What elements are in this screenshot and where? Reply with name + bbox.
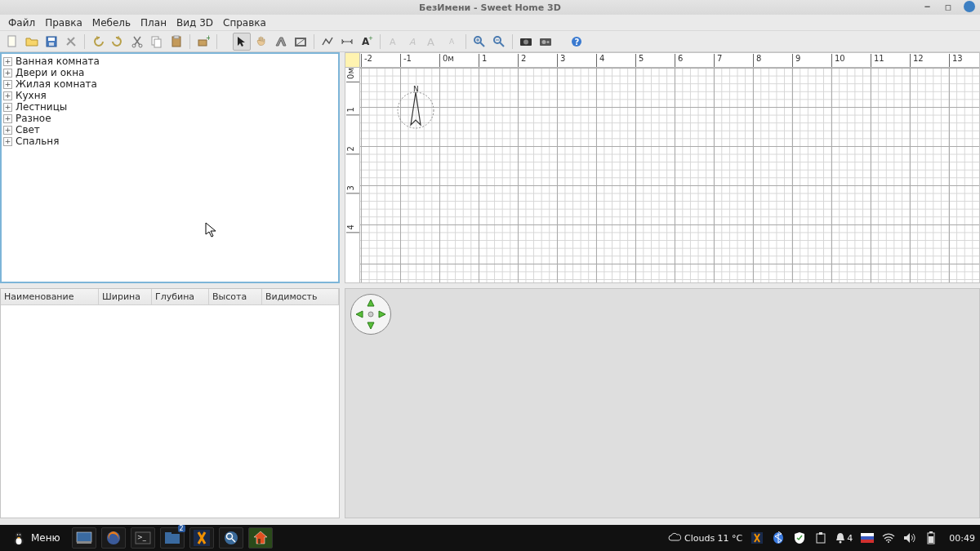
create-polyline-tool[interactable] bbox=[318, 33, 336, 51]
svg-text:A: A bbox=[409, 37, 416, 47]
add-furniture-button[interactable]: + bbox=[194, 33, 212, 51]
svg-text:+: + bbox=[368, 35, 373, 42]
select-tool[interactable] bbox=[233, 33, 251, 51]
plan-view[interactable]: -2-10м12345678910111213 0м1234 N bbox=[345, 52, 980, 283]
menu-furniture[interactable]: Мебель bbox=[87, 16, 136, 30]
help-button[interactable]: ? bbox=[568, 33, 586, 51]
pan-tool[interactable] bbox=[252, 33, 270, 51]
menu-help[interactable]: Справка bbox=[218, 16, 271, 30]
taskbar-filemanager-button[interactable]: 2 bbox=[160, 527, 185, 549]
furniture-list[interactable]: Наименование Ширина Глубина Высота Видим… bbox=[0, 288, 340, 518]
menu-view3d[interactable]: Вид 3D bbox=[172, 16, 218, 30]
clipboard-icon[interactable] bbox=[814, 531, 827, 544]
catalog-category[interactable]: +Свет bbox=[2, 124, 338, 136]
create-dimensions-tool[interactable] bbox=[338, 33, 356, 51]
column-visible[interactable]: Видимость bbox=[262, 289, 339, 304]
volume-icon[interactable] bbox=[903, 531, 916, 544]
column-width[interactable]: Ширина bbox=[99, 289, 152, 304]
increase-text-size-button[interactable]: A bbox=[424, 33, 442, 51]
open-file-button[interactable] bbox=[23, 33, 41, 51]
expand-icon[interactable]: + bbox=[3, 137, 12, 146]
taskbar-app-button[interactable] bbox=[189, 527, 214, 549]
taskbar-terminal-button[interactable]: >_ bbox=[131, 527, 155, 549]
menu-edit[interactable]: Правка bbox=[40, 16, 87, 30]
close-button[interactable] bbox=[964, 1, 975, 12]
catalog-category[interactable]: +Лестницы bbox=[2, 101, 338, 113]
column-name[interactable]: Наименование bbox=[1, 289, 99, 304]
catalog-category[interactable]: +Двери и окна bbox=[2, 67, 338, 78]
svg-rect-45 bbox=[258, 539, 261, 544]
notifications-button[interactable]: 4 bbox=[835, 532, 853, 544]
save-button[interactable] bbox=[42, 33, 60, 51]
furniture-list-body[interactable] bbox=[1, 305, 339, 518]
expand-icon[interactable]: + bbox=[3, 80, 12, 89]
tray-icon[interactable] bbox=[751, 531, 764, 544]
ruler-tick: -1 bbox=[400, 54, 412, 67]
plan-canvas[interactable]: N bbox=[360, 68, 979, 282]
3d-navigation-widget[interactable] bbox=[350, 294, 391, 335]
3d-view[interactable] bbox=[345, 288, 980, 518]
expand-icon[interactable]: + bbox=[3, 103, 12, 112]
text-italic-button[interactable]: A bbox=[404, 33, 422, 51]
create-video-button[interactable] bbox=[537, 33, 555, 51]
expand-icon[interactable]: + bbox=[3, 57, 12, 66]
system-taskbar[interactable]: Меню >_ 2 Clouds 11 °C 4 00:49 bbox=[0, 525, 980, 551]
furniture-catalog[interactable]: +Ванная комната +Двери и окна +Жилая ком… bbox=[0, 52, 340, 283]
start-menu-button[interactable]: Меню bbox=[5, 528, 67, 548]
catalog-category[interactable]: +Жилая комната bbox=[2, 78, 338, 90]
svg-point-5 bbox=[139, 44, 142, 47]
text-bold-button[interactable]: A bbox=[385, 33, 403, 51]
column-height[interactable]: Высота bbox=[209, 289, 262, 304]
new-file-button[interactable] bbox=[3, 33, 21, 51]
horizontal-ruler: -2-10м12345678910111213 bbox=[360, 53, 979, 68]
svg-text:A: A bbox=[390, 37, 396, 47]
expand-icon[interactable]: + bbox=[3, 69, 12, 78]
taskbar-search-button[interactable] bbox=[219, 527, 243, 549]
svg-point-33 bbox=[17, 534, 19, 535]
compass-icon[interactable]: N bbox=[393, 84, 439, 130]
create-photo-button[interactable] bbox=[517, 33, 535, 51]
zoom-in-button[interactable] bbox=[470, 33, 488, 51]
penguin-icon bbox=[11, 531, 26, 545]
battery-icon[interactable] bbox=[924, 531, 938, 544]
wifi-icon[interactable] bbox=[882, 531, 895, 544]
menu-plan[interactable]: План bbox=[136, 16, 172, 30]
create-rooms-tool[interactable] bbox=[292, 33, 310, 51]
column-depth[interactable]: Глубина bbox=[152, 289, 209, 304]
minimize-button[interactable]: － bbox=[921, 1, 933, 12]
taskbar-desktop-button[interactable] bbox=[72, 527, 96, 549]
catalog-category[interactable]: +Ванная комната bbox=[2, 56, 338, 67]
create-text-tool[interactable]: A+ bbox=[358, 33, 376, 51]
copy-button[interactable] bbox=[148, 33, 166, 51]
decrease-text-size-button[interactable]: A bbox=[443, 33, 461, 51]
expand-icon[interactable]: + bbox=[3, 126, 12, 135]
zoom-out-button[interactable] bbox=[490, 33, 508, 51]
create-walls-tool[interactable] bbox=[272, 33, 290, 51]
catalog-category[interactable]: +Разное bbox=[2, 113, 338, 124]
preferences-button[interactable] bbox=[62, 33, 80, 51]
paste-button[interactable] bbox=[167, 33, 185, 51]
expand-icon[interactable]: + bbox=[3, 114, 12, 123]
maximize-button[interactable]: ▫ bbox=[942, 1, 954, 12]
svg-text:>_: >_ bbox=[137, 534, 147, 541]
shield-icon[interactable] bbox=[793, 531, 806, 544]
taskbar-sweethome3d-button[interactable] bbox=[248, 527, 273, 549]
keyboard-layout-icon[interactable] bbox=[861, 531, 874, 544]
ruler-tick: 3 bbox=[557, 54, 565, 67]
ruler-tick: 4 bbox=[596, 54, 604, 67]
ruler-tick: 2 bbox=[518, 54, 526, 67]
menu-file[interactable]: Файл bbox=[3, 16, 40, 30]
catalog-category[interactable]: +Кухня bbox=[2, 90, 338, 101]
ruler-corner[interactable] bbox=[345, 53, 360, 68]
bluetooth-icon[interactable] bbox=[772, 531, 785, 544]
taskbar-firefox-button[interactable] bbox=[101, 527, 126, 549]
redo-button[interactable] bbox=[109, 33, 127, 51]
svg-rect-35 bbox=[77, 532, 91, 542]
svg-rect-3 bbox=[49, 42, 54, 46]
catalog-category[interactable]: +Спальня bbox=[2, 136, 338, 147]
weather-widget[interactable]: Clouds 11 °C bbox=[668, 532, 742, 544]
cut-button[interactable] bbox=[128, 33, 146, 51]
expand-icon[interactable]: + bbox=[3, 91, 12, 100]
undo-button[interactable] bbox=[89, 33, 107, 51]
clock[interactable]: 00:49 bbox=[949, 533, 975, 544]
